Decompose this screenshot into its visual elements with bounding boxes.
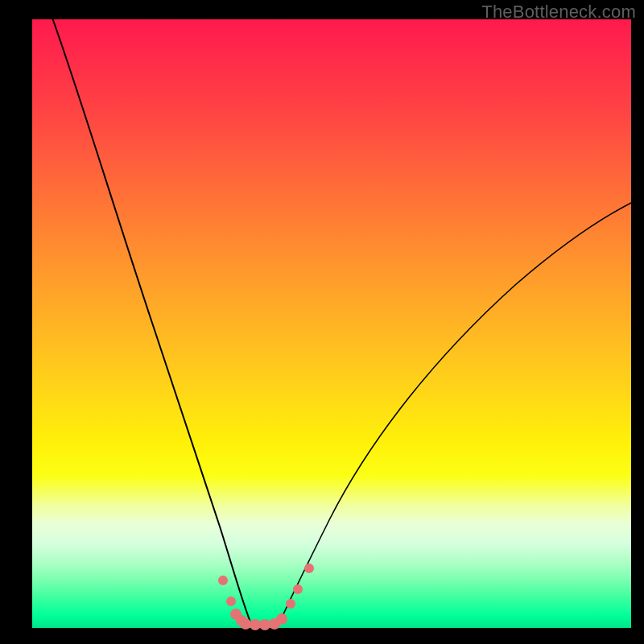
dot-right-4 <box>304 564 314 573</box>
watermark-text: TheBottleneck.com <box>481 2 636 23</box>
dot-left-2 <box>226 597 236 606</box>
dot-floor-3 <box>259 619 270 630</box>
right-curve <box>279 201 634 625</box>
dot-right-3 <box>293 584 303 594</box>
data-points <box>218 564 314 630</box>
curves-layer <box>32 19 631 628</box>
dot-left-1 <box>218 576 228 585</box>
dot-right-1 <box>276 613 287 625</box>
dot-floor-1 <box>240 618 251 630</box>
left-curve <box>50 11 251 625</box>
dot-right-2 <box>286 599 295 609</box>
dot-floor-2 <box>250 619 261 630</box>
chart-frame: TheBottleneck.com <box>0 0 644 644</box>
plot-area <box>32 19 631 628</box>
